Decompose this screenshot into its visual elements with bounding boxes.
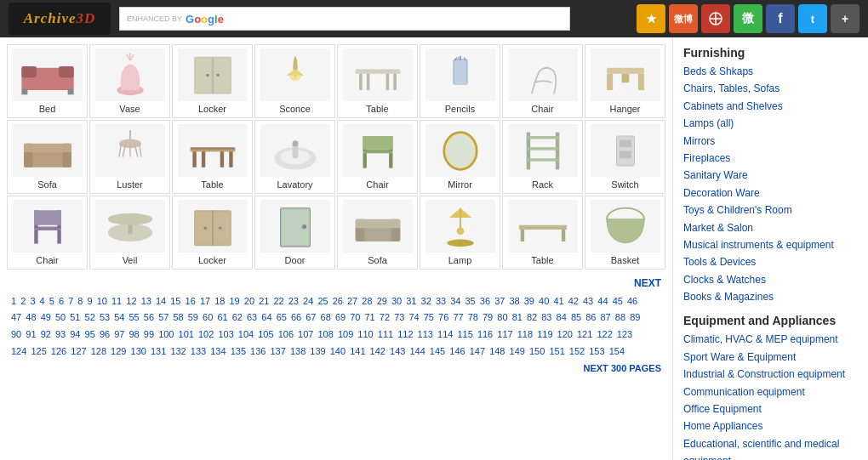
grid-item-door-19[interactable]: Door: [254, 196, 335, 270]
page-link[interactable]: 44: [597, 296, 608, 306]
page-link[interactable]: 97: [114, 329, 124, 339]
grid-item-sofa-20[interactable]: Sofa: [337, 196, 418, 270]
page-link[interactable]: 36: [480, 296, 490, 306]
page-link[interactable]: 57: [158, 312, 168, 322]
sidebar-link-1-0[interactable]: Climatic, HVAC & MEP equipment: [683, 331, 858, 348]
page-link[interactable]: 95: [85, 329, 95, 339]
page-link[interactable]: 38: [509, 296, 519, 306]
page-link[interactable]: 99: [144, 329, 154, 339]
page-link[interactable]: 42: [568, 296, 579, 306]
sidebar-link-0-11[interactable]: Tools & Devices: [683, 253, 858, 270]
grid-item-luster-9[interactable]: Luster: [89, 120, 170, 194]
page-link[interactable]: 120: [557, 329, 573, 339]
page-link[interactable]: 31: [406, 296, 416, 306]
page-link[interactable]: 134: [210, 346, 226, 356]
logo[interactable]: Archive3D: [9, 3, 111, 35]
page-link[interactable]: 147: [470, 346, 485, 356]
page-link[interactable]: 130: [131, 346, 146, 356]
page-link[interactable]: 35: [465, 296, 476, 306]
weibo-button[interactable]: 微博: [669, 4, 698, 33]
grid-item-pencils-5[interactable]: Pencils: [420, 44, 500, 118]
page-link[interactable]: 32: [421, 296, 431, 306]
page-link[interactable]: 18: [214, 296, 225, 306]
page-link[interactable]: 11: [111, 296, 122, 306]
page-link[interactable]: 81: [512, 312, 523, 322]
page-link[interactable]: 82: [527, 312, 537, 322]
page-link[interactable]: 87: [601, 312, 611, 322]
page-link[interactable]: 98: [129, 329, 140, 339]
page-link[interactable]: 12: [126, 296, 136, 306]
page-link[interactable]: 136: [250, 346, 266, 356]
grid-item-chair-12[interactable]: Chair: [337, 120, 418, 194]
sidebar-link-0-4[interactable]: Mirrors: [683, 133, 858, 150]
page-link[interactable]: 125: [31, 346, 46, 356]
twitter-button[interactable]: t: [798, 4, 827, 33]
qzone-button[interactable]: [701, 4, 730, 33]
page-link[interactable]: 85: [571, 312, 581, 322]
page-link[interactable]: 144: [409, 346, 425, 356]
grid-item-chair-16[interactable]: Chair: [7, 196, 88, 270]
page-link[interactable]: 4: [40, 296, 45, 306]
page-link[interactable]: 7: [68, 296, 73, 306]
page-link[interactable]: 152: [569, 346, 585, 356]
page-link[interactable]: 9: [88, 296, 93, 306]
page-link[interactable]: 54: [114, 312, 124, 322]
page-link[interactable]: 122: [597, 329, 612, 339]
page-link[interactable]: 63: [247, 312, 257, 322]
grid-item-table-10[interactable]: Table: [172, 120, 253, 194]
page-link[interactable]: 137: [270, 346, 285, 356]
sidebar-link-1-2[interactable]: Industrial & Construction equipment: [683, 366, 858, 383]
sidebar-link-0-1[interactable]: Chairs, Tables, Sofas: [683, 80, 858, 97]
grid-item-lamp-21[interactable]: Lamp: [420, 196, 500, 270]
page-link[interactable]: 5: [49, 296, 54, 306]
page-link[interactable]: 13: [141, 296, 151, 306]
page-link[interactable]: 60: [203, 312, 213, 322]
sidebar-link-1-1[interactable]: Sport Ware & Equipment: [683, 349, 858, 366]
page-link[interactable]: 47: [11, 312, 21, 322]
page-link[interactable]: 84: [557, 312, 567, 322]
grid-item-locker-18[interactable]: Locker: [172, 196, 253, 270]
page-link[interactable]: 103: [218, 329, 233, 339]
page-link[interactable]: 138: [290, 346, 306, 356]
page-link[interactable]: 68: [321, 312, 331, 322]
page-link[interactable]: 131: [151, 346, 166, 356]
sidebar-link-0-12[interactable]: Clocks & Watches: [683, 271, 858, 288]
page-link[interactable]: 140: [330, 346, 345, 356]
page-link[interactable]: 148: [489, 346, 505, 356]
search-input[interactable]: [231, 13, 562, 25]
page-link[interactable]: 105: [258, 329, 273, 339]
page-link[interactable]: 69: [335, 312, 345, 322]
page-link[interactable]: 16: [186, 296, 196, 306]
grid-item-basket-23[interactable]: Basket: [585, 196, 665, 270]
page-link[interactable]: 150: [529, 346, 545, 356]
more-button[interactable]: +: [831, 4, 859, 33]
page-link[interactable]: 124: [11, 346, 26, 356]
page-link[interactable]: 1: [11, 296, 16, 306]
sidebar-link-1-5[interactable]: Home Appliances: [683, 417, 858, 434]
sidebar-link-1-3[interactable]: Communication equipment: [683, 383, 858, 400]
page-link[interactable]: 129: [111, 346, 126, 356]
sidebar-link-1-6[interactable]: Educational, scientific and medical equi…: [683, 435, 858, 460]
page-link[interactable]: 45: [613, 296, 623, 306]
grid-item-veil-17[interactable]: Veil: [89, 196, 170, 270]
page-link[interactable]: 40: [539, 296, 549, 306]
page-link[interactable]: 121: [577, 329, 592, 339]
page-link[interactable]: 151: [549, 346, 564, 356]
page-link[interactable]: 55: [129, 312, 140, 322]
page-link[interactable]: 101: [179, 329, 194, 339]
page-link[interactable]: 70: [350, 312, 360, 322]
grid-item-mirror-13[interactable]: Mirror: [420, 120, 500, 194]
page-link[interactable]: 115: [457, 329, 472, 339]
page-link[interactable]: 133: [191, 346, 206, 356]
page-link[interactable]: 15: [170, 296, 180, 306]
page-link[interactable]: 154: [609, 346, 625, 356]
page-link[interactable]: 66: [291, 312, 301, 322]
page-link[interactable]: 65: [277, 312, 287, 322]
page-link[interactable]: 100: [158, 329, 174, 339]
page-link[interactable]: 128: [91, 346, 106, 356]
page-link[interactable]: 76: [438, 312, 448, 322]
page-link[interactable]: 83: [541, 312, 551, 322]
page-link[interactable]: 74: [408, 312, 419, 322]
page-link[interactable]: 107: [298, 329, 313, 339]
page-link[interactable]: 61: [217, 312, 227, 322]
